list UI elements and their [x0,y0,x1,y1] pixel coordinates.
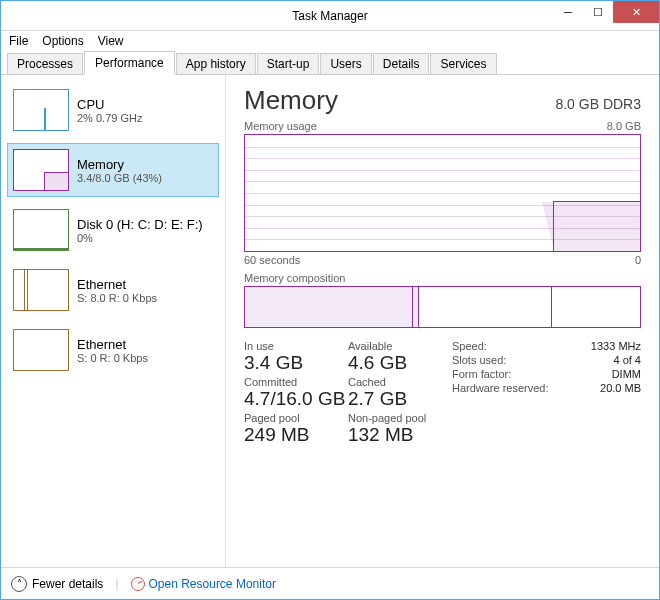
tab-performance[interactable]: Performance [84,51,175,75]
stats-right: Speed:1333 MHz Slots used:4 of 4 Form fa… [452,340,641,448]
main-panel: Memory 8.0 GB DDR3 Memory usage 8.0 GB [226,75,659,567]
sidebar-item-ethernet-2[interactable]: Ethernet S: 0 R: 0 Kbps [7,323,219,377]
sidebar-item-cpu[interactable]: CPU 2% 0.79 GHz [7,83,219,137]
main-header: Memory 8.0 GB DDR3 [244,85,641,116]
tab-processes[interactable]: Processes [7,53,83,74]
kv-hw: Hardware reserved:20.0 MB [452,382,641,394]
titlebar[interactable]: Task Manager ─ ☐ ✕ [1,1,659,31]
fewer-details-button[interactable]: ˄ Fewer details [11,576,103,592]
graph-fill [553,201,640,251]
sidebar-item-memory[interactable]: Memory 3.4/8.0 GB (43%) [7,143,219,197]
footer: ˄ Fewer details | Open Resource Monitor [1,567,659,599]
sidebar-item-label: Memory [77,157,162,172]
monitor-label: Open Resource Monitor [149,577,276,591]
content: CPU 2% 0.79 GHz Memory 3.4/8.0 GB (43%) … [1,75,659,567]
sidebar-item-sub: 3.4/8.0 GB (43%) [77,172,162,184]
kv-form: Form factor:DIMM [452,368,641,380]
sidebar-item-sub: S: 0 R: 0 Kbps [77,352,148,364]
chevron-up-icon: ˄ [11,576,27,592]
sidebar-item-label: Disk 0 (H: C: D: E: F:) [77,217,203,232]
tab-startup[interactable]: Start-up [257,53,320,74]
ethernet-thumb-icon [13,269,69,311]
comp-free [552,287,640,327]
tabstrip: Processes Performance App history Start-… [1,51,659,75]
sidebar-item-label: Ethernet [77,277,157,292]
tab-apphistory[interactable]: App history [176,53,256,74]
ethernet-thumb-icon [13,329,69,371]
memory-thumb-icon [13,149,69,191]
menubar: File Options View [1,31,659,51]
sidebar-text: Disk 0 (H: C: D: E: F:) 0% [77,209,203,251]
menu-view[interactable]: View [98,34,124,48]
window-title: Task Manager [292,9,367,23]
sidebar-item-label: CPU [77,97,142,112]
cpu-thumb-icon [13,89,69,131]
stat-cached: Cached 2.7 GB [348,376,452,410]
sidebar-item-sub: 0% [77,232,203,244]
page-title: Memory [244,85,338,116]
sidebar-text: Memory 3.4/8.0 GB (43%) [77,149,162,191]
open-resource-monitor-link[interactable]: Open Resource Monitor [131,577,276,591]
fewer-label: Fewer details [32,577,103,591]
tab-users[interactable]: Users [320,53,371,74]
stat-nonpaged: Non-paged pool 132 MB [348,412,452,446]
stats: In use 3.4 GB Available 4.6 GB Committed… [244,340,641,448]
kv-speed: Speed:1333 MHz [452,340,641,352]
composition-label: Memory composition [244,272,345,284]
time-right: 0 [635,254,641,266]
memory-usage-graph[interactable] [244,134,641,252]
tab-services[interactable]: Services [430,53,496,74]
sidebar-item-sub: 2% 0.79 GHz [77,112,142,124]
maximize-button[interactable]: ☐ [583,1,613,23]
resource-monitor-icon [131,577,145,591]
composition-label-row: Memory composition [244,272,641,284]
sidebar-item-ethernet-1[interactable]: Ethernet S: 8.0 R: 0 Kbps [7,263,219,317]
sidebar: CPU 2% 0.79 GHz Memory 3.4/8.0 GB (43%) … [1,75,226,567]
stat-inuse: In use 3.4 GB [244,340,348,374]
usage-graph-section: Memory usage 8.0 GB [244,120,641,266]
sidebar-text: Ethernet S: 8.0 R: 0 Kbps [77,269,157,311]
disk-thumb-icon [13,209,69,251]
usage-label: Memory usage [244,120,317,132]
graph-label-row: Memory usage 8.0 GB [244,120,641,132]
tab-details[interactable]: Details [373,53,430,74]
graph-time-row: 60 seconds 0 [244,254,641,266]
sidebar-text: CPU 2% 0.79 GHz [77,89,142,131]
stats-left: In use 3.4 GB Available 4.6 GB Committed… [244,340,452,448]
minimize-button[interactable]: ─ [553,1,583,23]
kv-slots: Slots used:4 of 4 [452,354,641,366]
memory-composition-bar[interactable] [244,286,641,328]
close-button[interactable]: ✕ [613,1,659,23]
sidebar-item-sub: S: 8.0 R: 0 Kbps [77,292,157,304]
divider: | [115,577,118,591]
menu-file[interactable]: File [9,34,28,48]
stat-paged: Paged pool 249 MB [244,412,348,446]
usage-max: 8.0 GB [607,120,641,132]
task-manager-window: Task Manager ─ ☐ ✕ File Options View Pro… [0,0,660,600]
composition-section: Memory composition [244,272,641,328]
sidebar-item-disk[interactable]: Disk 0 (H: C: D: E: F:) 0% [7,203,219,257]
time-left: 60 seconds [244,254,300,266]
stat-available: Available 4.6 GB [348,340,452,374]
comp-inuse [245,287,413,327]
sidebar-item-label: Ethernet [77,337,148,352]
sidebar-text: Ethernet S: 0 R: 0 Kbps [77,329,148,371]
stat-committed: Committed 4.7/16.0 GB [244,376,348,410]
menu-options[interactable]: Options [42,34,83,48]
capacity-label: 8.0 GB DDR3 [555,96,641,112]
window-controls: ─ ☐ ✕ [553,1,659,23]
comp-standby [419,287,552,327]
